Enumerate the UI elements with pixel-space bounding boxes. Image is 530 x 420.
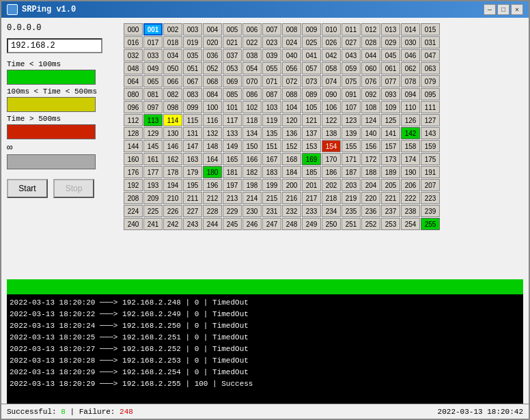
cell-143[interactable]: 143	[421, 127, 440, 139]
cell-074[interactable]: 074	[322, 75, 341, 87]
cell-024[interactable]: 024	[282, 36, 301, 48]
cell-095[interactable]: 095	[421, 88, 440, 100]
cell-216[interactable]: 216	[282, 192, 301, 204]
cell-131[interactable]: 131	[183, 127, 202, 139]
cell-136[interactable]: 136	[282, 127, 301, 139]
cell-156[interactable]: 156	[361, 140, 380, 152]
cell-170[interactable]: 170	[322, 153, 341, 165]
cell-106[interactable]: 106	[322, 101, 341, 113]
cell-082[interactable]: 082	[163, 88, 182, 100]
cell-231[interactable]: 231	[262, 205, 281, 217]
cell-159[interactable]: 159	[421, 140, 440, 152]
cell-016[interactable]: 016	[124, 36, 143, 48]
cell-181[interactable]: 181	[223, 166, 242, 178]
cell-200[interactable]: 200	[282, 179, 301, 191]
cell-182[interactable]: 182	[242, 166, 262, 178]
cell-206[interactable]: 206	[401, 179, 420, 191]
cell-103[interactable]: 103	[262, 101, 281, 113]
cell-080[interactable]: 080	[124, 88, 143, 100]
cell-177[interactable]: 177	[143, 166, 163, 178]
cell-040[interactable]: 040	[282, 49, 301, 61]
cell-180[interactable]: 180	[203, 166, 222, 178]
cell-197[interactable]: 197	[223, 179, 242, 191]
cell-162[interactable]: 162	[163, 153, 182, 165]
cell-209[interactable]: 209	[143, 192, 163, 204]
cell-210[interactable]: 210	[163, 192, 182, 204]
cell-140[interactable]: 140	[361, 127, 380, 139]
cell-068[interactable]: 068	[203, 75, 222, 87]
cell-152[interactable]: 152	[282, 140, 301, 152]
cell-250[interactable]: 250	[322, 218, 341, 230]
cell-098[interactable]: 098	[163, 101, 182, 113]
cell-065[interactable]: 065	[143, 75, 163, 87]
cell-227[interactable]: 227	[183, 205, 202, 217]
cell-183[interactable]: 183	[262, 166, 281, 178]
cell-235[interactable]: 235	[341, 205, 361, 217]
cell-003[interactable]: 003	[183, 23, 202, 36]
cell-129[interactable]: 129	[143, 127, 163, 139]
cell-147[interactable]: 147	[183, 140, 202, 152]
cell-241[interactable]: 241	[143, 218, 163, 230]
cell-171[interactable]: 171	[341, 153, 361, 165]
cell-158[interactable]: 158	[401, 140, 420, 152]
cell-042[interactable]: 042	[322, 49, 341, 61]
cell-149[interactable]: 149	[223, 140, 242, 152]
cell-172[interactable]: 172	[361, 153, 380, 165]
cell-009[interactable]: 009	[302, 23, 321, 36]
cell-117[interactable]: 117	[223, 114, 242, 126]
cell-118[interactable]: 118	[242, 114, 262, 126]
cell-083[interactable]: 083	[183, 88, 202, 100]
cell-214[interactable]: 214	[242, 192, 262, 204]
cell-014[interactable]: 014	[401, 23, 420, 36]
cell-221[interactable]: 221	[381, 192, 400, 204]
cell-124[interactable]: 124	[361, 114, 380, 126]
cell-154[interactable]: 154	[322, 140, 341, 152]
cell-186[interactable]: 186	[322, 166, 341, 178]
cell-245[interactable]: 245	[223, 218, 242, 230]
cell-220[interactable]: 220	[361, 192, 380, 204]
cell-070[interactable]: 070	[242, 75, 262, 87]
cell-155[interactable]: 155	[341, 140, 361, 152]
cell-229[interactable]: 229	[223, 205, 242, 217]
cell-021[interactable]: 021	[223, 36, 242, 48]
cell-219[interactable]: 219	[341, 192, 361, 204]
cell-185[interactable]: 185	[302, 166, 321, 178]
cell-031[interactable]: 031	[421, 36, 440, 48]
cell-019[interactable]: 019	[183, 36, 202, 48]
cell-071[interactable]: 071	[262, 75, 281, 87]
cell-038[interactable]: 038	[242, 49, 262, 61]
cell-052[interactable]: 052	[203, 62, 222, 74]
cell-102[interactable]: 102	[242, 101, 262, 113]
cell-057[interactable]: 057	[302, 62, 321, 74]
cell-202[interactable]: 202	[322, 179, 341, 191]
cell-195[interactable]: 195	[183, 179, 202, 191]
cell-144[interactable]: 144	[124, 140, 143, 152]
cell-113[interactable]: 113	[143, 114, 163, 126]
cell-226[interactable]: 226	[163, 205, 182, 217]
cell-004[interactable]: 004	[203, 23, 222, 36]
cell-045[interactable]: 045	[381, 49, 400, 61]
cell-026[interactable]: 026	[322, 36, 341, 48]
cell-037[interactable]: 037	[223, 49, 242, 61]
cell-168[interactable]: 168	[282, 153, 301, 165]
cell-232[interactable]: 232	[282, 205, 301, 217]
cell-107[interactable]: 107	[341, 101, 361, 113]
close-button[interactable]: ✕	[511, 4, 523, 15]
cell-238[interactable]: 238	[401, 205, 420, 217]
cell-064[interactable]: 064	[124, 75, 143, 87]
cell-005[interactable]: 005	[223, 23, 242, 36]
cell-093[interactable]: 093	[381, 88, 400, 100]
cell-101[interactable]: 101	[223, 101, 242, 113]
cell-237[interactable]: 237	[381, 205, 400, 217]
cell-085[interactable]: 085	[223, 88, 242, 100]
cell-025[interactable]: 025	[302, 36, 321, 48]
cell-253[interactable]: 253	[381, 218, 400, 230]
cell-012[interactable]: 012	[361, 23, 380, 36]
cell-066[interactable]: 066	[163, 75, 182, 87]
cell-084[interactable]: 084	[203, 88, 222, 100]
cell-150[interactable]: 150	[242, 140, 262, 152]
cell-239[interactable]: 239	[421, 205, 440, 217]
cell-000[interactable]: 000	[124, 23, 143, 36]
cell-055[interactable]: 055	[262, 62, 281, 74]
cell-032[interactable]: 032	[124, 49, 143, 61]
